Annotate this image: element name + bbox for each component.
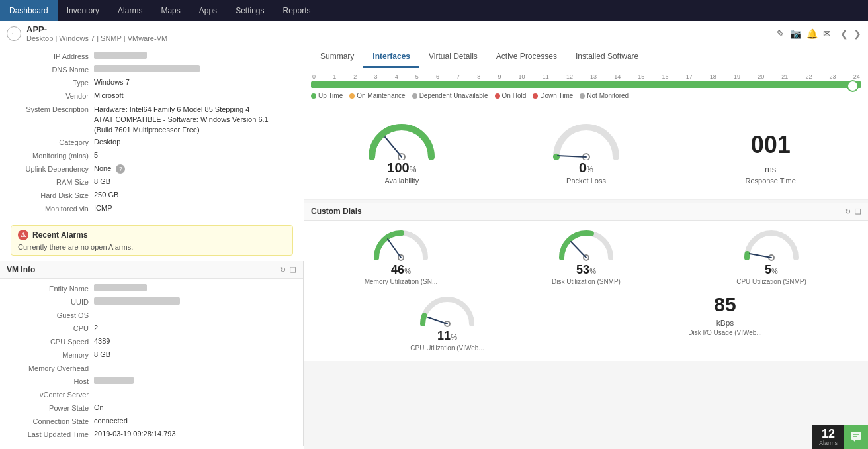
custom-dials-panel: Custom Dials ↻ ❏ 46% — [304, 203, 868, 361]
gauges-row: 100% Availability 0% Packet Loss — [304, 111, 868, 191]
vm-info-actions: ↻ ❏ — [280, 266, 296, 274]
alarm-counter: 12 Alarms — [812, 425, 844, 449]
bell-icon[interactable]: 🔔 — [806, 28, 818, 39]
chat-button[interactable] — [844, 425, 868, 449]
ip-address-value — [94, 52, 296, 60]
uplink-label: Uplink Dependency — [8, 164, 94, 173]
guest-os-label: Guest OS — [8, 311, 94, 319]
notmonitored-dot — [580, 93, 585, 99]
availability-label: Availability — [310, 177, 494, 185]
custom-dials-title: Custom Dials — [311, 207, 362, 216]
last-updated-value: 2019-03-19 09:28:14.793 — [94, 430, 295, 438]
uptime-dot — [311, 93, 316, 99]
response-time-value: 001 — [751, 131, 791, 158]
tab-virtual-details[interactable]: Virtual Details — [419, 46, 487, 68]
memory-overhead-label: Memory Overhead — [8, 364, 94, 372]
vendor-value: Microsoft — [94, 91, 296, 99]
legend-notmonitored: Not Monitored — [580, 92, 629, 99]
monitored-value: ICMP — [94, 204, 296, 212]
uptime-bar — [311, 81, 861, 88]
system-description-label: System Description — [8, 105, 94, 113]
last-updated-label: Last Updated Time — [8, 430, 94, 438]
cpu-label: CPU — [8, 324, 94, 332]
alarms-section: ⚠ Recent Alarms Currently there are no o… — [11, 225, 293, 256]
dial-disk-io-label: Disk I/O Usage (VIWeb... — [642, 329, 808, 336]
next-arrow[interactable]: ❯ — [853, 28, 861, 39]
ram-label: RAM Size — [8, 177, 94, 186]
dial-disk-utilization: 53% Disk Utilization (SNMP) — [503, 224, 670, 285]
custom-dials-expand-icon[interactable]: ❏ — [855, 207, 861, 216]
dial-memory-svg — [371, 224, 431, 261]
status-bar: 12 Alarms — [812, 425, 868, 449]
monitoring-value: 5 — [94, 151, 296, 159]
notmonitored-label: Not Monitored — [587, 92, 629, 99]
nav-dashboard[interactable]: Dashboard — [0, 0, 58, 21]
dial-disk-io: 85 kBps Disk I/O Usage (VIWeb... — [642, 291, 808, 352]
uuid-label: UUID — [8, 297, 94, 306]
downtime-label: Down Time — [540, 92, 573, 99]
svg-rect-12 — [851, 432, 861, 440]
tab-summary[interactable]: Summary — [311, 46, 363, 68]
alarm-count: 12 — [822, 428, 835, 440]
vm-info-title: VM Info — [7, 265, 35, 274]
prev-arrow[interactable]: ❮ — [840, 28, 848, 39]
svg-line-11 — [428, 317, 447, 324]
connection-state-label: Connection State — [8, 417, 94, 425]
header-icons: ✎ 📷 🔔 ✉ ❮ ❯ — [777, 28, 861, 39]
alarms-container: ⚠ Recent Alarms Currently there are no o… — [5, 225, 298, 256]
nav-alarms[interactable]: Alarms — [108, 0, 152, 21]
top-navigation: Dashboard Inventory Alarms Maps Apps Set… — [0, 0, 868, 21]
uuid-value — [94, 297, 295, 306]
tab-interfaces[interactable]: Interfaces — [363, 46, 419, 68]
chart-icon[interactable]: ✎ — [777, 28, 785, 39]
custom-dials-refresh-icon[interactable]: ↻ — [845, 207, 851, 216]
response-time-unit: ms — [678, 164, 863, 174]
ram-value: 8 GB — [94, 177, 296, 185]
custom-dials-actions: ↻ ❏ — [845, 207, 861, 216]
left-panel: IP Address DNS Name Type Windows 7 Vendo… — [0, 46, 304, 449]
tab-installed-software[interactable]: Installed Software — [566, 46, 648, 68]
page-title: APP- — [26, 25, 47, 34]
nav-inventory[interactable]: Inventory — [58, 0, 108, 21]
availability-gauge-svg — [365, 117, 438, 160]
availability-value: 100% — [310, 160, 494, 175]
onhold-dot — [495, 93, 500, 99]
help-icon[interactable]: ? — [116, 164, 125, 174]
svg-line-7 — [571, 242, 586, 258]
dependent-dot — [412, 93, 417, 99]
nav-reports[interactable]: Reports — [273, 0, 320, 21]
vm-info-refresh-icon[interactable]: ↻ — [280, 266, 286, 274]
vm-info-header: VM Info ↻ ❏ — [0, 261, 303, 279]
type-label: Type — [8, 78, 94, 87]
entity-name-value — [94, 284, 295, 293]
svg-line-5 — [388, 239, 401, 258]
tab-active-processes[interactable]: Active Processes — [487, 46, 566, 68]
dns-name-value — [94, 65, 296, 74]
entity-name-label: Entity Name — [8, 284, 94, 293]
maintenance-label: On Maintenance — [357, 92, 405, 99]
availability-gauge: 100% Availability — [310, 117, 494, 185]
custom-dials-header: Custom Dials ↻ ❏ — [304, 203, 868, 221]
vm-info-expand-icon[interactable]: ❏ — [290, 266, 296, 274]
nav-maps[interactable]: Maps — [152, 0, 189, 21]
time-labels: 0123456789101112131415161718192021222324 — [311, 74, 861, 80]
power-state-value: On — [94, 403, 295, 411]
svg-line-9 — [750, 254, 771, 258]
monitoring-label: Monitoring (mins) — [8, 151, 94, 160]
image-icon[interactable]: 📷 — [790, 28, 801, 39]
back-button[interactable]: ← — [7, 26, 21, 41]
nav-apps[interactable]: Apps — [190, 0, 226, 21]
alarms-title: Recent Alarms — [32, 230, 88, 240]
legend-uptime: Up Time — [311, 92, 343, 99]
svg-marker-13 — [853, 440, 855, 442]
dial-memory-label: Memory Utilization (SN... — [318, 278, 484, 285]
dial-cpu-snmp-value: 5% — [688, 263, 855, 277]
mail-icon[interactable]: ✉ — [823, 28, 831, 39]
type-value: Windows 7 — [94, 78, 296, 86]
svg-line-1 — [385, 137, 402, 157]
breadcrumb: Desktop | Windows 7 | SNMP | VMware-VM — [26, 34, 777, 42]
packet-loss-gauge-svg — [550, 117, 623, 160]
dial-cpu-viweb-svg — [417, 291, 477, 327]
nav-settings[interactable]: Settings — [226, 0, 273, 21]
packet-loss-label: Packet Loss — [494, 177, 679, 185]
